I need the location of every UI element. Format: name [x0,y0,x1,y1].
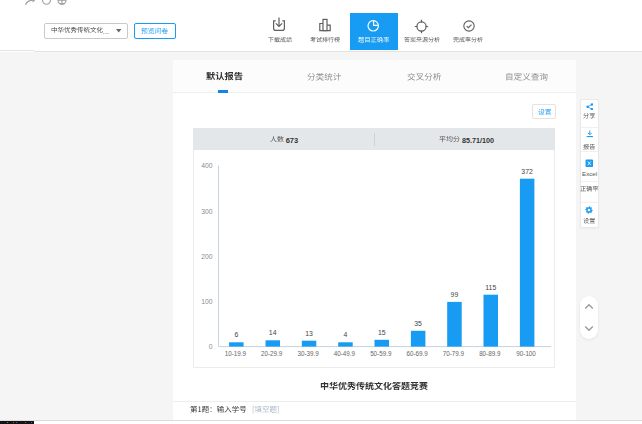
svg-text:90-100: 90-100 [516,350,536,357]
svg-text:20-29.9: 20-29.9 [261,350,283,357]
svg-text:372: 372 [521,168,533,175]
svg-text:60-69.9: 60-69.9 [406,350,428,357]
svg-text:200: 200 [201,253,213,260]
svg-text:6: 6 [234,332,238,339]
svg-text:4: 4 [343,332,347,339]
svg-text:0: 0 [209,343,213,350]
svg-text:115: 115 [485,284,496,291]
svg-text:10-19.9: 10-19.9 [225,350,247,357]
svg-text:30-39.9: 30-39.9 [297,350,319,357]
svg-text:40-49.9: 40-49.9 [334,350,356,357]
svg-text:99: 99 [450,291,458,298]
svg-text:300: 300 [201,208,213,215]
svg-text:14: 14 [269,330,277,337]
svg-text:50-59.9: 50-59.9 [370,350,392,357]
svg-text:400: 400 [201,163,213,170]
svg-text:15: 15 [378,329,386,336]
svg-text:70-79.9: 70-79.9 [443,350,465,357]
svg-text:35: 35 [414,320,422,327]
svg-text:100: 100 [201,298,213,305]
svg-text:80-89.9: 80-89.9 [479,350,501,357]
svg-text:13: 13 [305,330,313,337]
